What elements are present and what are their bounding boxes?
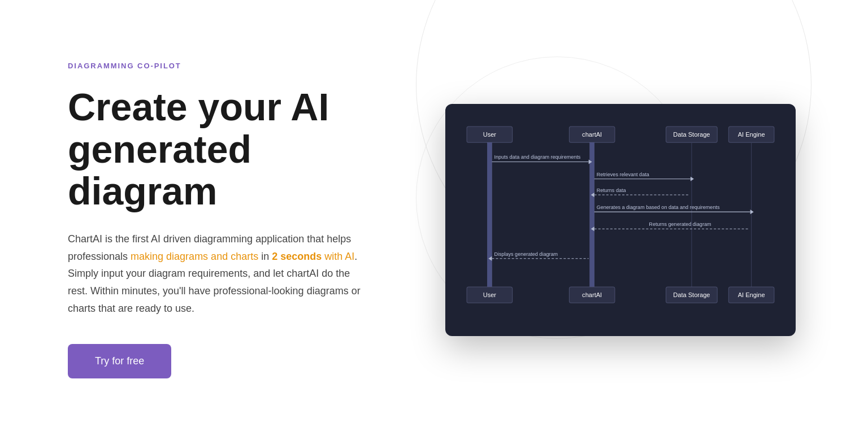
- svg-text:AI Engine: AI Engine: [738, 131, 765, 138]
- svg-text:Displays generated diagram: Displays generated diagram: [494, 251, 558, 257]
- svg-text:Generates a diagram based on d: Generates a diagram based on data and re…: [597, 204, 720, 210]
- hero-right: User chartAI Data Storage AI Engine: [441, 104, 800, 336]
- headline-line1: Create your AI: [68, 85, 329, 128]
- svg-text:chartAI: chartAI: [582, 291, 602, 298]
- description-highlight1: making diagrams and charts: [131, 251, 258, 262]
- description-highlight3: with AI: [322, 251, 354, 262]
- hero-left: DIAGRAMMING CO-PILOT Create your AI gene…: [68, 62, 441, 378]
- try-for-free-button[interactable]: Try for free: [68, 344, 171, 378]
- hero-description: ChartAI is the first AI driven diagrammi…: [68, 230, 362, 317]
- svg-text:chartAI: chartAI: [582, 131, 602, 138]
- svg-text:Data Storage: Data Storage: [673, 291, 710, 298]
- svg-text:AI Engine: AI Engine: [738, 291, 765, 298]
- headline: Create your AI generated diagram: [68, 86, 407, 212]
- headline-line2: generated diagram: [68, 128, 251, 213]
- svg-text:Data Storage: Data Storage: [673, 131, 710, 138]
- page-container: DIAGRAMMING CO-PILOT Create your AI gene…: [0, 0, 868, 440]
- svg-text:User: User: [483, 131, 497, 138]
- svg-text:Returns generated diagram: Returns generated diagram: [649, 222, 711, 228]
- svg-text:Returns data: Returns data: [597, 188, 627, 193]
- svg-marker-18: [691, 177, 694, 181]
- svg-rect-13: [590, 143, 594, 287]
- sequence-diagram-svg: User chartAI Data Storage AI Engine: [461, 122, 780, 315]
- eyebrow-label: DIAGRAMMING CO-PILOT: [68, 62, 407, 70]
- svg-text:User: User: [483, 291, 497, 298]
- svg-rect-12: [487, 143, 492, 287]
- description-highlight2: 2 seconds: [272, 251, 322, 262]
- description-middle: in: [258, 251, 272, 262]
- diagram-panel: User chartAI Data Storage AI Engine: [445, 104, 796, 336]
- svg-text:Inputs data and diagram requir: Inputs data and diagram requirements: [494, 155, 580, 160]
- svg-text:Retrieves relevant data: Retrieves relevant data: [597, 172, 650, 177]
- svg-marker-24: [750, 210, 754, 214]
